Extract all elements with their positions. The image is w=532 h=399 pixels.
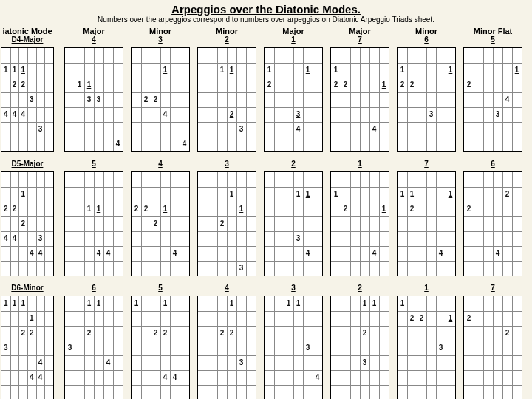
- arpeggio-cell: 51243: [460, 35, 526, 152]
- arpeggio-cell: 422124: [127, 160, 194, 276]
- arpeggio-cell: 111234: [260, 35, 327, 152]
- cell-label: 2: [358, 284, 362, 294]
- fretboard-grid: 11224: [330, 47, 389, 152]
- fret-number: 2: [230, 111, 234, 118]
- fret-number: 2: [267, 81, 272, 89]
- fret-number: 1: [382, 205, 386, 213]
- fret-number: 1: [4, 300, 8, 307]
- fret-number: 4: [38, 359, 43, 366]
- fret-number: 4: [306, 250, 310, 257]
- arpeggio-cell: 611223: [393, 35, 460, 152]
- arpeggio-cell: 6224: [460, 160, 526, 276]
- column-header: Minor: [194, 27, 260, 35]
- fret-number: 4: [106, 359, 111, 366]
- fret-number: 4: [38, 374, 43, 381]
- fretboard-grid: 1243: [463, 47, 522, 152]
- fret-number: 3: [239, 126, 244, 133]
- fret-number: 3: [296, 235, 301, 242]
- fret-number: 1: [78, 81, 82, 89]
- fret-number: 2: [134, 205, 139, 213]
- fret-number: 1: [449, 315, 453, 322]
- cell-label: 5: [158, 284, 163, 294]
- fretboard-grid: 11234: [264, 47, 323, 152]
- cell-label: 1: [358, 160, 362, 170]
- fret-number: 4: [316, 374, 320, 381]
- fret-number: 3: [68, 344, 72, 352]
- fret-number: 3: [306, 344, 310, 352]
- fret-number: 4: [30, 374, 34, 381]
- fretboard-grid: 11223: [397, 47, 456, 152]
- fret-number: 1: [382, 81, 386, 89]
- fret-number: 2: [467, 81, 471, 89]
- arpeggio-cell: 112213: [393, 284, 460, 399]
- fret-number: 2: [163, 330, 168, 337]
- fret-number: 1: [400, 66, 405, 74]
- fret-number: 1: [163, 205, 168, 213]
- fret-number: 2: [220, 330, 225, 337]
- fret-number: 1: [410, 191, 415, 198]
- fret-number: 4: [439, 250, 443, 257]
- fret-number: 2: [230, 330, 234, 337]
- fret-number: 4: [296, 126, 301, 133]
- fret-number: 4: [163, 374, 168, 381]
- fret-number: 2: [505, 330, 510, 337]
- fret-number: 3: [97, 96, 101, 103]
- cell-label: 6: [92, 284, 96, 294]
- fret-number: 1: [97, 205, 101, 213]
- cell-label: 3: [225, 160, 229, 170]
- fret-number: 3: [30, 96, 34, 103]
- fret-number: 2: [154, 220, 158, 228]
- fret-number: 4: [106, 250, 111, 257]
- fret-number: 1: [87, 81, 92, 89]
- fret-number: 4: [505, 96, 510, 103]
- fretboard-grid: 12213: [397, 296, 456, 399]
- fret-number: 1: [13, 300, 17, 307]
- cell-label: 2: [291, 160, 296, 170]
- fret-number: 1: [4, 66, 8, 74]
- arpeggio-cell: 312244: [127, 35, 194, 152]
- fret-number: 2: [344, 81, 348, 89]
- fret-number: 2: [220, 220, 225, 228]
- column-header: Major: [327, 27, 393, 35]
- fret-number: 4: [173, 250, 177, 257]
- arpeggio-cell: 21123: [194, 35, 260, 152]
- fret-number: 1: [30, 315, 34, 322]
- fret-number: 1: [97, 300, 101, 307]
- fret-number: 2: [467, 315, 471, 322]
- cell-label: D5-Major: [12, 160, 44, 170]
- arpeggio-cell: 611234: [61, 284, 127, 399]
- cell-label: 5: [92, 160, 96, 170]
- fret-number: 1: [220, 66, 225, 74]
- cell-label: D6-Minor: [11, 284, 43, 294]
- arpeggio-cell: 11214: [327, 160, 393, 276]
- column-header: Major: [61, 27, 127, 35]
- cell-label: 3: [291, 284, 296, 294]
- column-header: Major: [260, 27, 327, 35]
- fret-number: 4: [173, 374, 177, 381]
- column-header: Minor: [127, 27, 194, 35]
- cell-label: 2: [225, 35, 229, 46]
- fret-number: 2: [410, 81, 415, 89]
- fret-number: 1: [334, 66, 338, 74]
- fretboard-grid: 11234: [64, 296, 123, 399]
- fret-number: 1: [230, 66, 234, 74]
- fret-number: 4: [4, 235, 8, 242]
- fret-number: 1: [163, 66, 168, 74]
- fret-number: 1: [267, 66, 272, 74]
- fretboard-grid: 1134: [264, 296, 323, 399]
- fret-number: 2: [21, 220, 25, 228]
- fretboard-grid: 11124: [397, 171, 456, 276]
- fret-number: 3: [239, 265, 244, 272]
- fret-number: 3: [363, 359, 367, 366]
- cell-label: 7: [358, 35, 362, 46]
- arpeggio-cell: 411334: [61, 35, 127, 152]
- fret-number: 2: [4, 205, 8, 213]
- fret-number: 4: [183, 140, 187, 148]
- cell-label: 3: [158, 35, 163, 46]
- arpeggio-cell: 31134: [260, 284, 327, 399]
- fretboard-grid: 1112234443: [1, 47, 54, 152]
- fret-number: 2: [30, 330, 34, 337]
- fret-number: 3: [296, 111, 301, 118]
- fret-number: 1: [400, 300, 405, 307]
- fret-number: 2: [13, 81, 17, 89]
